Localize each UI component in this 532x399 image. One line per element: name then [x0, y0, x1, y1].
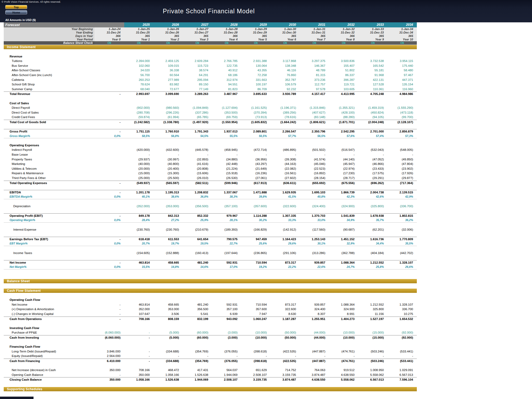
row-label[interactable]: Tuitions — [4, 59, 94, 64]
value-cell[interactable] — [94, 106, 124, 110]
value-cell[interactable]: (41.616) — [183, 162, 212, 167]
row-label[interactable]: Cash from Operations — [4, 317, 94, 322]
value-cell[interactable]: 55,5% — [212, 134, 241, 139]
value-cell[interactable]: (1.806.621) — [300, 120, 329, 125]
meta-cell[interactable]: 365 — [241, 34, 271, 38]
value-cell[interactable]: (370.394) — [241, 110, 271, 115]
value-cell[interactable]: (1.161.525) — [241, 106, 271, 110]
value-cell[interactable] — [94, 162, 124, 167]
value-cell[interactable]: (352.000) — [124, 204, 153, 209]
value-cell[interactable]: (503.246) — [358, 349, 388, 354]
value-cell[interactable]: - — [94, 307, 124, 312]
value-cell[interactable]: (44.000) — [300, 330, 329, 335]
row-label[interactable]: Bus Service — [4, 64, 94, 68]
value-cell[interactable]: 1.212.552 — [358, 302, 388, 307]
row-label[interactable]: Gross Margin% — [4, 134, 94, 139]
value-cell[interactable]: (1.127.694) — [212, 106, 241, 110]
meta-cell[interactable]: 365 — [300, 34, 329, 38]
value-cell[interactable]: 832.199 — [183, 317, 212, 322]
value-cell[interactable]: (189.393) — [212, 227, 241, 232]
value-cell[interactable]: 463.814 — [124, 260, 153, 265]
row-label[interactable]: Opening Cash Balance — [4, 373, 94, 377]
value-cell[interactable]: 6.567.013 — [358, 377, 388, 382]
value-cell[interactable]: - — [124, 354, 153, 359]
value-cell[interactable]: (1.196.371) — [271, 106, 300, 110]
meta-cell[interactable]: 365 — [358, 34, 388, 38]
value-cell[interactable]: (1.338.780) — [153, 120, 183, 125]
value-cell[interactable]: 2.993.697 — [124, 92, 153, 97]
value-cell[interactable]: 1.802.815 — [388, 214, 417, 218]
value-cell[interactable]: 295.094 — [183, 78, 212, 82]
value-cell[interactable]: (32.006) — [388, 227, 417, 232]
value-cell[interactable]: (20.400) — [153, 167, 183, 171]
value-cell[interactable]: 57,6% — [329, 134, 358, 139]
meta-cell[interactable]: Year 4 — [212, 38, 241, 41]
value-cell[interactable]: 0,0% — [94, 134, 124, 139]
meta-cell[interactable]: 1-Jan-28 — [212, 27, 241, 31]
value-cell[interactable]: - — [271, 152, 300, 157]
value-cell[interactable]: (324.900) — [329, 204, 358, 209]
value-cell[interactable]: - — [212, 354, 241, 359]
row-label[interactable]: Depreciation — [4, 204, 94, 209]
check-ok-cell[interactable]: Ok — [94, 41, 124, 45]
value-cell[interactable] — [94, 78, 124, 82]
value-cell[interactable]: (407.627) — [300, 110, 329, 115]
check-ok-cell[interactable]: Ok — [271, 41, 300, 45]
row-label[interactable]: After-School Classes — [4, 68, 94, 73]
value-cell[interactable]: 708.166 — [124, 368, 153, 373]
value-cell[interactable]: (10.000) — [329, 335, 358, 340]
meta-cell[interactable]: Year 0 — [94, 38, 124, 41]
value-cell[interactable]: (389.256) — [271, 110, 300, 115]
meta-cell[interactable]: 31-Dec-29 — [241, 31, 271, 34]
value-cell[interactable] — [94, 64, 124, 68]
value-cell[interactable]: (447.887) — [300, 359, 329, 364]
value-cell[interactable]: 57,4% — [358, 134, 388, 139]
value-cell[interactable]: 68.186 — [212, 73, 241, 78]
value-cell[interactable]: 91.968 — [358, 73, 388, 78]
value-cell[interactable] — [94, 251, 124, 256]
value-cell[interactable]: 1.695.103 — [300, 190, 329, 195]
value-cell[interactable]: (142.912) — [271, 227, 300, 232]
value-cell[interactable]: (152.888) — [153, 251, 183, 256]
value-cell[interactable]: 873.317 — [271, 260, 300, 265]
row-label[interactable]: Indirect Payroll — [4, 148, 94, 152]
value-cell[interactable]: (501.502) — [300, 148, 329, 152]
value-cell[interactable]: - — [94, 129, 124, 134]
value-cell[interactable]: 109.015 — [153, 64, 183, 68]
value-cell[interactable]: (532.043) — [358, 148, 388, 152]
value-cell[interactable]: 43.355 — [241, 68, 271, 73]
value-cell[interactable]: 110.361 — [358, 87, 388, 92]
value-cell[interactable]: 28,1% — [212, 218, 241, 223]
meta-cell[interactable]: 31-Dec-32 — [329, 31, 358, 34]
value-cell[interactable]: 710.594 — [241, 302, 271, 307]
value-cell[interactable]: (533.441) — [388, 359, 417, 364]
value-cell[interactable]: 30,2% — [241, 218, 271, 223]
value-cell[interactable]: (354.769) — [183, 359, 212, 364]
value-cell[interactable]: - — [153, 152, 183, 157]
value-cell[interactable]: (516.547) — [329, 148, 358, 152]
value-cell[interactable]: 116.960 — [388, 87, 417, 92]
section-bar[interactable]: Balance Sheet — [4, 279, 417, 283]
value-cell[interactable]: 27,2% — [153, 218, 183, 223]
value-cell[interactable]: (617.913) — [241, 181, 271, 186]
value-cell[interactable] — [94, 152, 124, 157]
value-cell[interactable]: (445.578) — [183, 148, 212, 152]
value-cell[interactable]: (336.700) — [388, 204, 417, 209]
value-cell[interactable]: 94.551 — [212, 82, 241, 87]
value-cell[interactable]: 86.337 — [329, 73, 358, 78]
value-cell[interactable]: (357.100) — [212, 204, 241, 209]
value-cell[interactable]: 0,0% — [94, 218, 124, 223]
value-cell[interactable]: 4.705.248 — [358, 92, 388, 97]
value-cell[interactable]: (197.644) — [212, 251, 241, 256]
value-cell[interactable]: (5.000) — [153, 330, 183, 335]
meta-cell[interactable]: 1-Jan-32 — [329, 27, 358, 31]
value-cell[interactable] — [94, 87, 124, 92]
value-cell[interactable]: - — [124, 359, 153, 364]
value-cell[interactable]: 1.751.115 — [124, 129, 153, 134]
value-cell[interactable]: 1.253.143 — [300, 237, 329, 242]
value-cell[interactable]: 57,7% — [271, 134, 300, 139]
value-cell[interactable]: (313.286) — [300, 251, 329, 256]
value-cell[interactable]: (78.616) — [271, 115, 300, 120]
value-cell[interactable]: (1.459.319) — [358, 106, 388, 110]
value-cell[interactable]: 939.857 — [300, 260, 329, 265]
